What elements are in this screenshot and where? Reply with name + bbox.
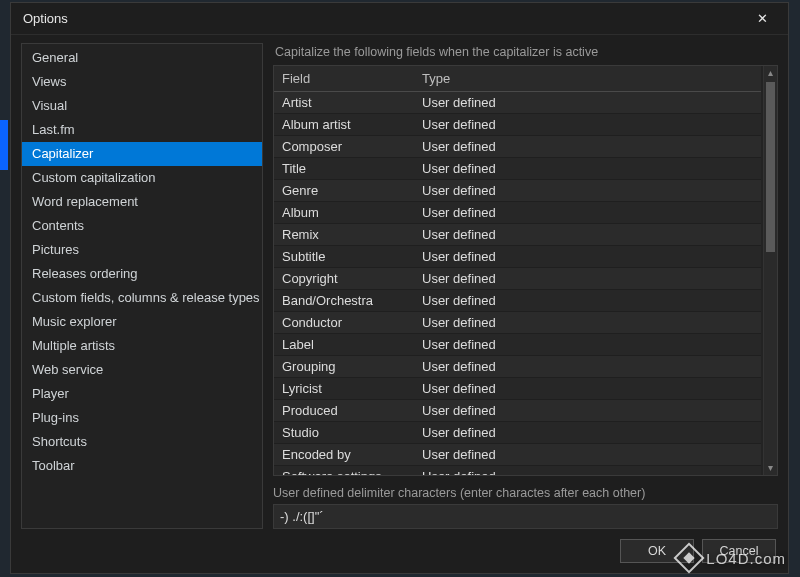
sidebar-item-toolbar[interactable]: Toolbar [22,454,262,478]
cell-field: Copyright [274,268,414,290]
cell-type: User defined [414,334,761,356]
table-row[interactable]: LyricistUser defined [274,378,761,400]
sidebar-item-capitalizer[interactable]: Capitalizer [22,142,262,166]
column-header-field[interactable]: Field [274,66,414,92]
sidebar-item-general[interactable]: General [22,46,262,70]
cell-type: User defined [414,290,761,312]
close-button[interactable]: ✕ [744,6,780,32]
sidebar-item-releases-ordering[interactable]: Releases ordering [22,262,262,286]
cell-type: User defined [414,158,761,180]
cell-type: User defined [414,268,761,290]
sidebar-item-multiple-artists[interactable]: Multiple artists [22,334,262,358]
cell-type: User defined [414,312,761,334]
sidebar-item-word-replacement[interactable]: Word replacement [22,190,262,214]
table-row[interactable]: AlbumUser defined [274,202,761,224]
sidebar-item-label: Capitalizer [32,146,93,161]
sidebar-item-pictures[interactable]: Pictures [22,238,262,262]
sidebar-item-visual[interactable]: Visual [22,94,262,118]
cell-field: Genre [274,180,414,202]
sidebar-item-last-fm[interactable]: Last.fm [22,118,262,142]
close-icon: ✕ [757,11,768,26]
sidebar-item-web-service[interactable]: Web service [22,358,262,382]
cell-type: User defined [414,444,761,466]
sidebar-item-label: Web service [32,362,103,377]
sidebar-item-label: Custom capitalization [32,170,156,185]
cell-type: User defined [414,466,761,476]
sidebar-item-label: Pictures [32,242,79,257]
scroollbar-thumb[interactable] [766,82,775,252]
table-row[interactable]: ConductorUser defined [274,312,761,334]
ok-button[interactable]: OK [620,539,694,563]
cell-field: Subtitle [274,246,414,268]
table-row[interactable]: CopyrightUser defined [274,268,761,290]
cell-field: Software settings [274,466,414,476]
cell-field: Encoded by [274,444,414,466]
table-row[interactable]: LabelUser defined [274,334,761,356]
cell-type: User defined [414,224,761,246]
sidebar-item-label: Last.fm [32,122,75,137]
sidebar-item-label: Player [32,386,69,401]
fields-table-container: Field Type ArtistUser definedAlbum artis… [273,65,778,476]
cell-type: User defined [414,378,761,400]
cell-field: Remix [274,224,414,246]
cell-field: Lyricist [274,378,414,400]
table-row[interactable]: Album artistUser defined [274,114,761,136]
cell-field: Album [274,202,414,224]
vertical-scrollbar[interactable]: ▴ ▾ [763,66,777,475]
table-row[interactable]: ArtistUser defined [274,92,761,114]
sidebar-item-views[interactable]: Views [22,70,262,94]
sidebar-item-label: Views [32,74,66,89]
sidebar-item-custom-fields-columns-release-types[interactable]: Custom fields, columns & release types [22,286,262,310]
sidebar-item-label: Visual [32,98,67,113]
scroll-up-arrow-icon[interactable]: ▴ [764,66,777,80]
sidebar-item-label: Releases ordering [32,266,138,281]
cell-field: Grouping [274,356,414,378]
options-dialog: Options ✕ GeneralViewsVisualLast.fmCapit… [10,2,789,574]
table-row[interactable]: ProducedUser defined [274,400,761,422]
dialog-body: GeneralViewsVisualLast.fmCapitalizerCust… [11,35,788,529]
sidebar-item-plug-ins[interactable]: Plug-ins [22,406,262,430]
delimiter-input[interactable] [273,504,778,529]
table-row[interactable]: Band/OrchestraUser defined [274,290,761,312]
cell-type: User defined [414,92,761,114]
table-row[interactable]: Encoded byUser defined [274,444,761,466]
fields-table: Field Type ArtistUser definedAlbum artis… [274,66,761,475]
sidebar-item-contents[interactable]: Contents [22,214,262,238]
cell-field: Conductor [274,312,414,334]
cell-field: Band/Orchestra [274,290,414,312]
titlebar: Options ✕ [11,3,788,35]
fields-table-scroll[interactable]: Field Type ArtistUser definedAlbum artis… [274,66,763,475]
delimiter-section: User defined delimiter characters (enter… [273,476,778,529]
sidebar-item-music-explorer[interactable]: Music explorer [22,310,262,334]
options-main: Capitalize the following fields when the… [273,43,778,529]
options-sidebar[interactable]: GeneralViewsVisualLast.fmCapitalizerCust… [21,43,263,529]
table-row[interactable]: Software settingsUser defined [274,466,761,476]
cell-type: User defined [414,136,761,158]
sidebar-item-player[interactable]: Player [22,382,262,406]
cell-field: Title [274,158,414,180]
sidebar-item-label: Plug-ins [32,410,79,425]
table-row[interactable]: RemixUser defined [274,224,761,246]
section-caption: Capitalize the following fields when the… [273,43,778,65]
table-row[interactable]: SubtitleUser defined [274,246,761,268]
cancel-button[interactable]: Cancel [702,539,776,563]
sidebar-item-custom-capitalization[interactable]: Custom capitalization [22,166,262,190]
sidebar-item-shortcuts[interactable]: Shortcuts [22,430,262,454]
sidebar-item-label: Music explorer [32,314,117,329]
cell-type: User defined [414,114,761,136]
sidebar-item-label: Multiple artists [32,338,115,353]
sidebar-item-label: Custom fields, columns & release types [32,290,260,305]
cell-type: User defined [414,400,761,422]
table-row[interactable]: GenreUser defined [274,180,761,202]
cell-field: Produced [274,400,414,422]
table-row[interactable]: StudioUser defined [274,422,761,444]
bg-accent-stripe [0,120,8,170]
cell-type: User defined [414,246,761,268]
column-header-type[interactable]: Type [414,66,761,92]
table-row[interactable]: GroupingUser defined [274,356,761,378]
scroll-down-arrow-icon[interactable]: ▾ [764,461,777,475]
table-row[interactable]: ComposerUser defined [274,136,761,158]
table-row[interactable]: TitleUser defined [274,158,761,180]
cell-field: Artist [274,92,414,114]
sidebar-item-label: Shortcuts [32,434,87,449]
